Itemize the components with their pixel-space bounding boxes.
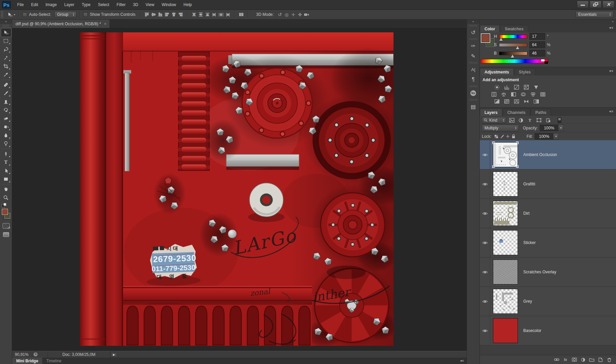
hue-slider[interactable] [499,35,527,38]
tool-brush[interactable] [1,89,11,97]
foreground-color-swatch[interactable] [481,34,490,42]
default-colors-icon[interactable] [2,203,7,208]
panel-menu-icon[interactable]: ▾≡ [609,69,614,73]
black-white-icon[interactable] [510,91,517,97]
menu-layer[interactable]: Layer [60,0,78,9]
photo-filter-icon[interactable] [520,91,527,97]
filter-pixel-layers-icon[interactable] [508,117,515,123]
layer-name[interactable]: Grafitti [523,182,535,186]
brightness-slider-thumb[interactable] [511,55,514,58]
close-tab-icon[interactable]: × [104,22,106,26]
layer-thumbnail[interactable] [493,318,518,343]
opacity-dropdown-icon[interactable]: ▼ [558,125,564,131]
tool-spot-healing-brush[interactable] [1,81,11,89]
brightness-value-field[interactable]: 46 [529,50,545,57]
workspace-dropdown[interactable]: Essentials ▴▾ [576,11,613,18]
layer-row-grafitti[interactable]: Grafitti [480,170,616,199]
visibility-toggle[interactable] [480,257,490,286]
layer-name[interactable]: Grey [523,299,532,304]
distribute-right-edges-icon[interactable] [225,11,231,18]
saturation-slider[interactable] [499,43,527,47]
layer-row-grey[interactable]: Grey [480,287,616,316]
zoom-level-field[interactable]: 90,91% [12,352,33,357]
layer-name[interactable]: Sticker [523,240,536,245]
character-panel-icon[interactable]: A| [467,64,479,74]
tab-styles[interactable]: Styles [514,68,535,75]
tool-eyedropper[interactable] [1,70,11,79]
tab-swatches[interactable]: Swatches [500,25,528,32]
menu-edit[interactable]: Edit [27,0,42,9]
distribute-top-edges-icon[interactable] [191,11,198,18]
tool-preset-arrow-icon[interactable]: ▾ [14,13,15,16]
kuler-panel-icon[interactable]: ku [467,88,479,98]
close-button[interactable]: ✕ [603,1,614,8]
color-spectrum-ramp[interactable] [481,59,548,63]
panel-menu-icon[interactable]: ▾≡ [460,358,467,364]
layer-thumbnail[interactable] [493,142,518,167]
align-horizontal-centers-icon[interactable] [171,11,177,18]
distribute-bottom-edges-icon[interactable] [204,11,211,18]
layer-thumbnail[interactable] [493,260,518,284]
tool-dodge[interactable] [1,140,11,148]
fill-dropdown-icon[interactable]: ▼ [553,133,559,140]
layer-row-dirt[interactable]: Dirt [480,199,616,228]
color-balance-icon[interactable] [500,91,507,97]
levels-icon[interactable] [503,84,510,90]
filter-type-layers-icon[interactable]: T [526,117,533,123]
canvas-pasteboard[interactable]: 시 대 2679-2530 011-779-2530 대 영 중 LArGo z… [12,28,467,351]
curves-icon[interactable] [513,84,520,90]
new-group-icon[interactable] [588,357,595,363]
panel-menu-icon[interactable]: ▾≡ [609,110,614,113]
layer-name[interactable]: Dirt [523,211,530,216]
lock-position-icon[interactable]: ✛ [505,134,511,139]
history-panel-icon[interactable]: ↺ [467,27,479,37]
hue-value-field[interactable]: 17 [529,33,545,40]
status-flyout-button[interactable]: ▶ [111,352,117,357]
fill-value-field[interactable]: 100% [535,133,553,140]
layer-thumbnail[interactable] [493,172,518,196]
tab-adjustments[interactable]: Adjustments [480,68,514,75]
collapse-dock-icon[interactable]: « [467,20,479,24]
hue-slider-thumb[interactable] [499,38,503,41]
3d-slide-icon[interactable]: ✜ [297,11,303,18]
layer-thumbnail[interactable] [493,289,518,314]
lock-transparency-icon[interactable] [494,134,499,139]
layer-row-scratches-overlay[interactable]: Scratches Overlay [480,257,616,287]
new-adjustment-layer-icon[interactable] [580,357,586,363]
channel-mixer-icon[interactable] [529,91,537,97]
tab-timeline[interactable]: Timeline [42,358,65,364]
collapse-tools-icon[interactable]: » [0,20,12,24]
3d-rotate-icon[interactable]: ↺ [276,11,283,18]
tool-pen[interactable] [1,150,11,158]
visibility-toggle[interactable] [480,199,490,228]
tab-channels[interactable]: Channels [503,109,530,116]
visibility-toggle[interactable] [480,170,490,199]
auto-select-checkbox[interactable] [23,12,27,17]
layer-filter-dropdown[interactable]: Kind ▴▾ [482,117,506,123]
align-bottom-edges-icon[interactable] [157,11,164,18]
visibility-toggle[interactable] [480,316,490,345]
threshold-icon[interactable] [513,98,520,104]
new-layer-icon[interactable] [597,357,604,363]
tool-history-brush[interactable] [1,106,11,114]
restore-button[interactable] [590,1,602,8]
brush-panel-icon[interactable]: ✎ [467,51,479,61]
brightness-contrast-icon[interactable] [493,84,501,90]
invert-icon[interactable] [493,98,501,104]
filter-shape-layers-icon[interactable] [535,117,542,123]
layer-style-icon[interactable]: fx [562,357,569,363]
tool-lasso[interactable] [1,45,11,54]
link-layers-icon[interactable] [553,357,560,363]
3d-drag-icon[interactable]: ✛ [290,11,297,18]
filtering-toggle[interactable] [558,117,561,123]
saturation-value-field[interactable]: 64 [529,41,545,48]
menu-help[interactable]: Help [180,0,196,9]
foreground-color-swatch[interactable] [1,208,8,215]
tool-path-selection[interactable] [1,166,11,175]
layer-row-ambient-occlusion[interactable]: Ambient Occlusion [480,140,616,170]
lock-all-icon[interactable] [511,134,517,139]
layer-name[interactable]: Ambient Occlusion [523,152,557,157]
properties-panel-icon[interactable]: ▤ [467,101,479,112]
show-transform-checkbox[interactable] [83,12,88,17]
saturation-slider-thumb[interactable] [516,46,519,49]
